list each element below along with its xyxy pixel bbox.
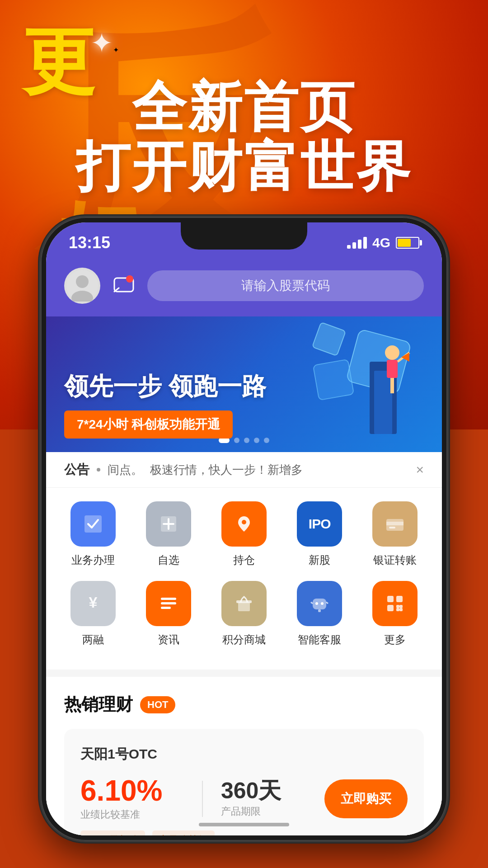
search-placeholder: 请输入股票代码 xyxy=(241,277,330,294)
grid-item-liangrong[interactable]: ¥ 两融 xyxy=(61,581,125,647)
svg-point-28 xyxy=(321,602,324,605)
product-duration: 360天 xyxy=(221,779,324,802)
home-indicator[interactable] xyxy=(199,823,289,826)
svg-rect-34 xyxy=(387,605,394,611)
product-tag-min: 5000元起购 xyxy=(80,830,145,835)
phone-frame: 13:15 4G xyxy=(41,217,447,841)
svg-point-4 xyxy=(126,275,133,283)
notice-close-button[interactable]: × xyxy=(416,462,424,477)
notice-bar: 公告 间点。 极速行情，快人一步！新增多 × xyxy=(46,452,442,488)
banner[interactable]: 领先一步 领跑一路 7*24小时 科创板功能开通 xyxy=(46,316,442,452)
svg-rect-24 xyxy=(238,602,250,611)
yinzheng-icon xyxy=(372,501,418,547)
search-bar[interactable]: 请输入股票代码 xyxy=(147,270,424,301)
grid-item-chicang[interactable]: 持仓 xyxy=(212,501,276,567)
hot-finance-section: 热销理财 HOT 天阳1号OTC 6.10% 业绩比较基准 xyxy=(46,677,442,835)
xingu-icon: IPO xyxy=(297,501,342,547)
grid-item-zixun[interactable]: 资讯 xyxy=(137,581,200,647)
kefu-label: 智能客服 xyxy=(298,632,341,647)
svg-rect-22 xyxy=(161,602,176,604)
liangrong-icon: ¥ xyxy=(70,581,116,626)
status-icons: 4G xyxy=(347,235,419,250)
grid-section: 业务办理 自选 xyxy=(46,488,442,670)
svg-rect-8 xyxy=(387,360,398,378)
grid-row-2: ¥ 两融 xyxy=(46,581,442,647)
hero-line2: 打开财富世界 xyxy=(0,137,488,196)
hot-finance-badge: HOT xyxy=(140,696,175,713)
grid-item-yinzheng[interactable]: 银证转账 xyxy=(363,501,427,567)
notice-separator-dot xyxy=(97,468,100,472)
grid-item-zixuan[interactable]: 自选 xyxy=(137,501,200,567)
grid-item-jifen[interactable]: 积分商城 xyxy=(212,581,276,647)
message-icon[interactable] xyxy=(109,271,138,300)
status-time: 13:15 xyxy=(69,233,110,252)
svg-rect-38 xyxy=(399,608,403,611)
zixuan-icon xyxy=(146,501,191,547)
yewu-icon xyxy=(70,501,116,547)
svg-text:¥: ¥ xyxy=(89,594,97,611)
zixun-label: 资讯 xyxy=(158,632,179,647)
svg-rect-19 xyxy=(389,527,395,528)
notice-text: 极速行情，快人一步！新增多 xyxy=(150,462,408,478)
zixuan-label: 自选 xyxy=(158,553,179,567)
product-duration-area: 360天 产品期限 xyxy=(221,779,324,818)
network-type: 4G xyxy=(372,235,390,250)
yewu-label: 业务办理 xyxy=(71,553,115,567)
svg-line-31 xyxy=(326,602,328,604)
product-buy-button[interactable]: 立即购买 xyxy=(324,779,408,818)
app-header: 请输入股票代码 xyxy=(46,259,442,316)
svg-rect-35 xyxy=(396,605,399,608)
grid-row-1: 业务办理 自选 xyxy=(46,501,442,567)
sparkle-decoration: ✦ xyxy=(90,27,127,63)
svg-point-1 xyxy=(76,275,89,288)
svg-rect-36 xyxy=(399,605,403,608)
product-details: 6.10% 业绩比较基准 360天 产品期限 立即购买 xyxy=(80,776,408,821)
chicang-label: 持仓 xyxy=(233,553,255,567)
svg-point-7 xyxy=(385,345,399,360)
app-screen: 请输入股票代码 xyxy=(46,259,442,835)
svg-rect-18 xyxy=(386,522,404,525)
battery-icon xyxy=(396,237,419,249)
banner-main-text: 领先一步 领跑一路 xyxy=(64,370,266,403)
power-button xyxy=(446,335,447,389)
grid-item-yewu[interactable]: 业务办理 xyxy=(61,501,125,567)
svg-rect-33 xyxy=(396,596,403,602)
banner-sub-button[interactable]: 7*24小时 科创板功能开通 xyxy=(64,410,233,439)
chicang-icon xyxy=(221,501,267,547)
hero-section: 全新首页 打开财富世界 xyxy=(0,77,488,196)
svg-rect-26 xyxy=(313,599,326,609)
svg-rect-23 xyxy=(161,607,171,609)
ipo-text: IPO xyxy=(309,516,331,532)
product-divider xyxy=(202,781,203,817)
product-rate-label: 业绩比较基准 xyxy=(80,808,184,821)
jifen-label: 积分商城 xyxy=(222,632,266,647)
volume-down-button xyxy=(41,443,42,497)
svg-rect-12 xyxy=(84,515,102,533)
notice-source: 间点。 xyxy=(108,462,143,478)
grid-item-more[interactable]: 更多 xyxy=(363,581,427,647)
kefu-icon xyxy=(297,581,342,626)
product-rate: 6.10% xyxy=(80,776,184,805)
banner-text-area: 领先一步 领跑一路 7*24小时 科创板功能开通 xyxy=(64,370,266,439)
hero-line1: 全新首页 xyxy=(0,77,488,137)
jifen-icon xyxy=(221,581,267,626)
product-card[interactable]: 天阳1号OTC 6.10% 业绩比较基准 360天 产品期限 立即购 xyxy=(64,729,424,835)
hot-finance-header: 热销理财 HOT xyxy=(64,693,424,716)
svg-rect-37 xyxy=(396,608,399,611)
grid-item-xingu[interactable]: IPO 新股 xyxy=(288,501,351,567)
grid-item-kefu[interactable]: 智能客服 xyxy=(288,581,351,647)
volume-up-button xyxy=(41,371,42,425)
svg-rect-25 xyxy=(236,600,252,603)
notice-label: 公告 xyxy=(64,461,89,478)
battery-fill xyxy=(398,239,411,247)
svg-marker-11 xyxy=(401,353,409,362)
liangrong-label: 两融 xyxy=(82,632,104,647)
signal-bar-1 xyxy=(347,245,351,249)
signal-bar-3 xyxy=(358,240,361,249)
product-rate-area: 6.10% 业绩比较基准 xyxy=(80,776,184,821)
xingu-label: 新股 xyxy=(309,553,330,567)
banner-figure xyxy=(343,326,415,445)
volume-silent-button xyxy=(41,316,42,353)
user-avatar[interactable] xyxy=(64,268,100,304)
product-tags: 5000元起购 中风险等级 xyxy=(80,830,408,835)
